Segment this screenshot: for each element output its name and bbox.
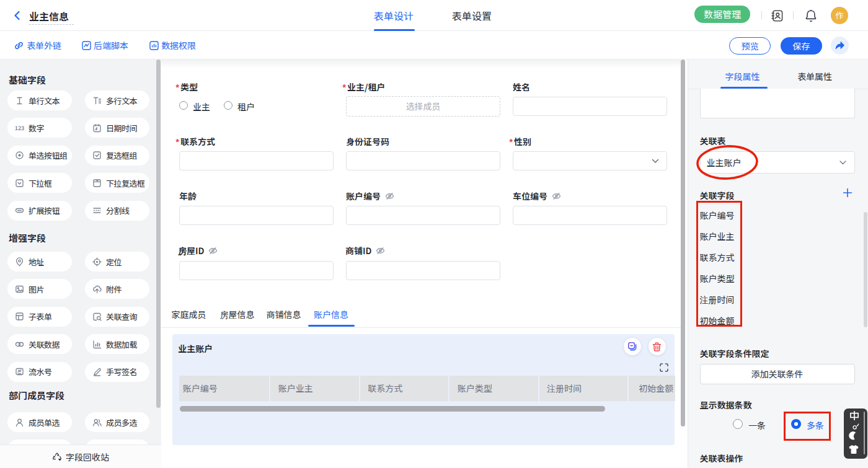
svg-text:123: 123 [15,124,24,132]
